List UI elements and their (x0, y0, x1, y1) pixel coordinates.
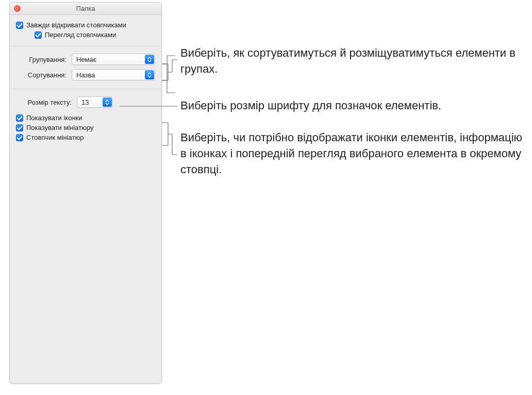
section-grouping-sorting: Групування: Немає Сортування: Назва (10, 46, 161, 89)
show-preview-label: Показувати мініатюру (26, 124, 94, 131)
callout-text-size: Виберіть розмір шрифту для позначок елем… (180, 98, 441, 114)
sorting-label: Сортування: (16, 71, 66, 79)
chevron-updown-icon (103, 97, 112, 107)
sorting-row: Сортування: Назва (16, 67, 155, 83)
section-open-mode: Завжди відкривати стовпчиками Перегляд с… (10, 15, 161, 46)
checkbox-checked-icon[interactable] (35, 31, 42, 39)
always-open-columns-label: Завжди відкривати стовпчиками (26, 21, 126, 29)
grouping-label: Групування: (16, 56, 66, 63)
always-open-columns-row[interactable]: Завжди відкривати стовпчиками (16, 20, 155, 30)
close-icon[interactable] (14, 5, 21, 12)
chevron-updown-icon (145, 55, 154, 64)
browse-columns-label: Перегляд стовпчиками (45, 31, 116, 39)
preview-column-row[interactable]: Стовпчик мініатюр (16, 133, 155, 142)
titlebar: Папка (10, 3, 161, 15)
window-title: Папка (10, 5, 161, 12)
grouping-row: Групування: Немає (16, 52, 155, 67)
callout-display-options: Виберіть, чи потрібно відображати іконки… (180, 130, 531, 177)
text-size-label: Розмір тексту: (16, 98, 72, 106)
chevron-updown-icon (145, 70, 154, 79)
text-size-row: Розмір тексту: 13 (16, 94, 155, 110)
grouping-popup[interactable]: Немає (72, 54, 155, 65)
checkbox-checked-icon[interactable] (16, 22, 23, 29)
checkbox-checked-icon[interactable] (16, 134, 23, 141)
checkbox-checked-icon[interactable] (16, 114, 23, 122)
browse-columns-row[interactable]: Перегляд стовпчиками (35, 30, 155, 40)
preview-column-label: Стовпчик мініатюр (26, 134, 84, 141)
sorting-value: Назва (76, 71, 95, 79)
show-icons-label: Показувати іконки (26, 114, 82, 122)
callout-grouping-sorting: Виберіть, як сортуватимуться й розміщува… (180, 45, 531, 77)
checkbox-checked-icon[interactable] (16, 124, 23, 131)
section-text-display: Розмір тексту: 13 Показувати іконки Пока… (10, 89, 161, 149)
folder-view-options-window: Папка Завжди відкривати стовпчиками Пере… (9, 2, 162, 384)
show-icons-row[interactable]: Показувати іконки (16, 113, 155, 123)
text-size-value: 13 (81, 98, 89, 106)
show-preview-row[interactable]: Показувати мініатюру (16, 123, 155, 133)
grouping-value: Немає (76, 56, 96, 63)
sorting-popup[interactable]: Назва (72, 69, 155, 80)
text-size-popup[interactable]: 13 (77, 96, 113, 108)
